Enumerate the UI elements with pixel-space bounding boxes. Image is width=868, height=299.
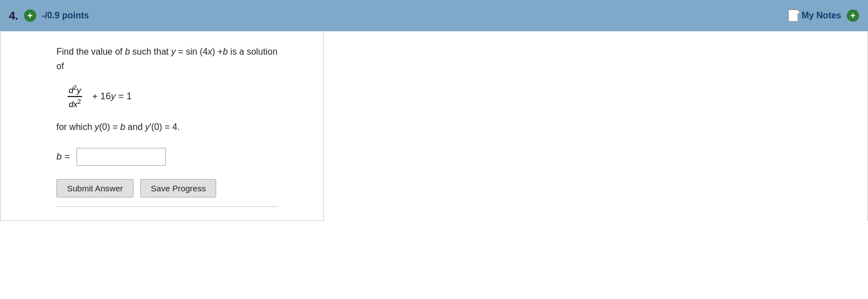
question-container: 4. + -/0.9 points My Notes + Find the va… <box>0 0 868 221</box>
add-icon-right[interactable]: + <box>847 9 859 22</box>
my-notes-label: My Notes <box>802 11 841 21</box>
question-intro-text: Find the value of b such that y = sin (4… <box>56 45 279 73</box>
my-notes-button[interactable]: My Notes <box>788 9 841 22</box>
header-right: My Notes + <box>788 9 859 22</box>
answer-input[interactable] <box>77 148 166 166</box>
question-number: 4. <box>9 9 18 22</box>
notes-icon <box>788 9 798 22</box>
answer-label: b = <box>56 151 70 162</box>
submit-answer-button[interactable]: Submit Answer <box>56 179 133 197</box>
question-header: 4. + -/0.9 points My Notes + <box>0 0 868 31</box>
save-progress-button[interactable]: Save Progress <box>140 179 216 197</box>
equation-rest: + 16y = 1 <box>92 91 132 102</box>
fraction: d2y dx2 <box>68 84 82 109</box>
math-equation: d2y dx2 + 16y = 1 <box>68 84 279 109</box>
left-panel: Find the value of b such that y = sin (4… <box>0 31 867 221</box>
condition-text: for which y(0) = b and y′(0) = 4. <box>56 120 279 134</box>
add-icon-left[interactable]: + <box>24 9 36 22</box>
fraction-numerator: d2y <box>68 84 82 97</box>
page-wrapper: 4. + -/0.9 points My Notes + Find the va… <box>0 0 868 299</box>
content-area: Find the value of b such that y = sin (4… <box>0 31 868 221</box>
fraction-denominator: dx2 <box>68 97 82 109</box>
points-label: -/0.9 points <box>42 11 89 21</box>
header-left: 4. + -/0.9 points <box>9 9 89 22</box>
answer-row: b = <box>56 148 279 166</box>
buttons-row: Submit Answer Save Progress <box>56 179 279 207</box>
question-body: Find the value of b such that y = sin (4… <box>0 31 324 221</box>
